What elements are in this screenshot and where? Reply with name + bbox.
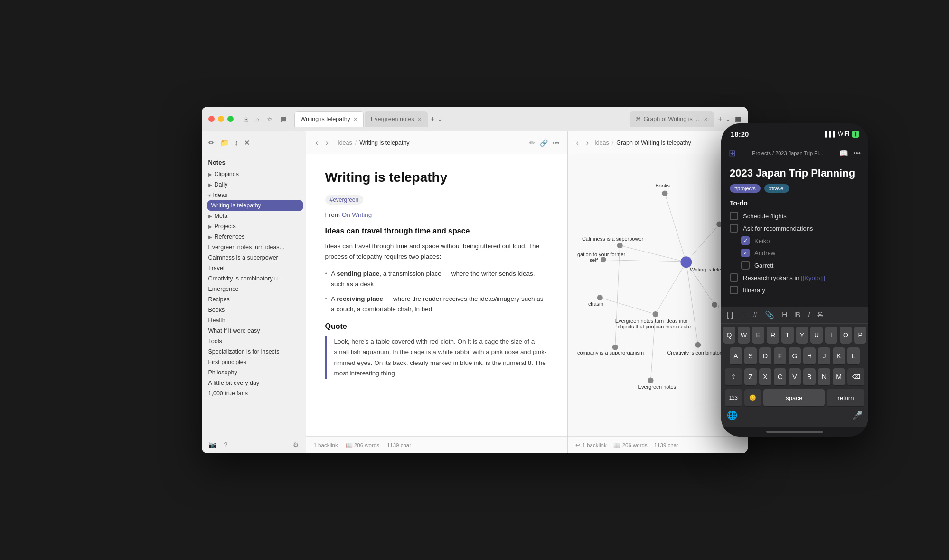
- note-from-link[interactable]: On Writing: [342, 211, 372, 218]
- key-u[interactable]: U: [810, 327, 823, 344]
- graph-node-evernote[interactable]: [648, 378, 653, 383]
- search-icon[interactable]: ⌕: [255, 115, 259, 123]
- key-r[interactable]: R: [767, 327, 779, 344]
- todo-checkbox-checked[interactable]: ✓: [741, 249, 750, 257]
- graph-node-evergreen[interactable]: [652, 311, 658, 317]
- graph-area[interactable]: Writing is telepathy Calmness is a super…: [568, 154, 748, 436]
- new-tab-button[interactable]: +: [431, 115, 435, 123]
- key-t[interactable]: T: [781, 327, 794, 344]
- graph-node-creativity[interactable]: [695, 342, 701, 348]
- more-icon[interactable]: •••: [553, 139, 560, 147]
- minimize-button[interactable]: [218, 116, 224, 122]
- todo-andrew[interactable]: ✓ Andrew: [730, 249, 860, 257]
- close-button[interactable]: [208, 116, 215, 122]
- key-m[interactable]: M: [833, 368, 845, 385]
- tab-close-icon[interactable]: ✕: [417, 116, 422, 122]
- sidebar-item-meta[interactable]: ▶ Meta: [202, 211, 306, 221]
- graph-node-chasm[interactable]: [597, 295, 602, 300]
- kbd-bold-icon[interactable]: B: [795, 311, 800, 319]
- key-a[interactable]: A: [730, 347, 742, 364]
- kbd-attach-icon[interactable]: 📎: [765, 310, 774, 319]
- key-e[interactable]: E: [752, 327, 764, 344]
- key-c[interactable]: C: [774, 368, 786, 385]
- kbd-strike-icon[interactable]: S: [818, 311, 823, 319]
- key-delete[interactable]: ⌫: [847, 368, 864, 385]
- graph-node-books[interactable]: [662, 191, 667, 196]
- backlinks-count[interactable]: 1 backlink: [314, 442, 338, 448]
- key-f[interactable]: F: [774, 347, 786, 364]
- graph-node-calmness[interactable]: [617, 243, 622, 248]
- sidebar-item-calmness[interactable]: Calmness is a superpower: [202, 252, 306, 263]
- todo-recommendations[interactable]: Ask for recommendations: [730, 224, 860, 233]
- breadcrumb-parent[interactable]: Ideas: [338, 140, 352, 146]
- sort-icon[interactable]: ↕: [235, 139, 239, 147]
- sidebar-help-icon[interactable]: ?: [224, 441, 228, 448]
- tab-evergreen-notes[interactable]: Evergreen notes ✕: [365, 111, 428, 127]
- sidebar-item-ideas-group[interactable]: ▾ Ideas: [202, 190, 306, 200]
- sidebar-item-projects[interactable]: ▶ Projects: [202, 221, 306, 232]
- layout-icon[interactable]: ▦: [735, 115, 741, 123]
- key-h[interactable]: H: [803, 347, 816, 364]
- sidebar-item-firstprinciples[interactable]: First principles: [202, 357, 306, 367]
- key-g[interactable]: G: [789, 347, 801, 364]
- key-123[interactable]: 123: [725, 389, 742, 406]
- key-v[interactable]: V: [789, 368, 801, 385]
- sidebar-settings-icon[interactable]: ⚙: [293, 441, 299, 448]
- sidebar-item-emergence[interactable]: Emergence: [202, 284, 306, 294]
- graph-node-navigation[interactable]: [600, 257, 606, 262]
- key-mic[interactable]: 🎤: [852, 410, 863, 420]
- key-return[interactable]: return: [827, 389, 864, 406]
- sidebar-item-travel[interactable]: Travel: [202, 263, 306, 273]
- sidebar-item-health[interactable]: Health: [202, 315, 306, 326]
- sidebar-item-clippings[interactable]: ▶ Clippings: [202, 169, 306, 179]
- graph-node-everything[interactable]: [712, 302, 717, 308]
- folder-icon[interactable]: ⎘: [244, 115, 248, 123]
- key-o[interactable]: O: [840, 327, 852, 344]
- todo-garrett[interactable]: Garrett: [730, 261, 860, 270]
- kbd-bracket-icon[interactable]: [ ]: [727, 311, 733, 319]
- kbd-file-icon[interactable]: □: [741, 311, 745, 319]
- graph-tab-add[interactable]: +: [718, 115, 722, 123]
- key-s[interactable]: S: [744, 347, 757, 364]
- key-k[interactable]: K: [833, 347, 845, 364]
- graph-node-writing[interactable]: [680, 256, 692, 268]
- key-j[interactable]: J: [818, 347, 830, 364]
- fullscreen-button[interactable]: [227, 116, 234, 122]
- key-space[interactable]: space: [763, 389, 825, 406]
- key-q[interactable]: Q: [723, 327, 735, 344]
- todo-checkbox[interactable]: [730, 286, 738, 294]
- sidebar-item-writing-telepathy[interactable]: Writing is telepathy: [207, 200, 303, 211]
- edit-icon[interactable]: ✏: [529, 139, 535, 147]
- sidebar-item-daily[interactable]: ▶ Daily: [202, 179, 306, 190]
- tab-graph[interactable]: ⌘ Graph of Writing is t... ✕: [630, 111, 714, 127]
- sidebar-camera-icon[interactable]: 📷: [208, 441, 216, 448]
- sidebar-item-evergreen[interactable]: Evergreen notes turn ideas...: [202, 242, 306, 252]
- graph-tab-close-icon[interactable]: ✕: [704, 116, 708, 122]
- star-icon[interactable]: ☆: [267, 115, 273, 123]
- key-z[interactable]: Z: [744, 368, 757, 385]
- kbd-tag-icon[interactable]: #: [753, 311, 757, 319]
- tab-writing-telepathy[interactable]: Writing is telepathy ✕: [294, 111, 364, 127]
- key-y[interactable]: Y: [796, 327, 808, 344]
- close-sidebar-icon[interactable]: ✕: [244, 139, 250, 147]
- tab-close-icon[interactable]: ✕: [353, 116, 357, 122]
- sidebar-item-references[interactable]: ▶ References: [202, 232, 306, 242]
- key-l[interactable]: L: [847, 347, 860, 364]
- sidebar-item-tools[interactable]: Tools: [202, 336, 306, 346]
- key-w[interactable]: W: [738, 327, 750, 344]
- sidebar-item-creativity[interactable]: Creativity is combinatory u...: [202, 273, 306, 284]
- key-n[interactable]: N: [818, 368, 830, 385]
- key-shift[interactable]: ⇧: [725, 368, 742, 385]
- compose-icon[interactable]: ✏: [208, 139, 215, 147]
- note-tag[interactable]: #evergreen: [325, 195, 364, 205]
- todo-itinerary[interactable]: Itinerary: [730, 286, 860, 294]
- folder-open-icon[interactable]: 📁: [220, 139, 229, 147]
- phone-tag-travel[interactable]: #travel: [764, 184, 789, 193]
- sidebar-item-books[interactable]: Books: [202, 305, 306, 315]
- sidebar-item-recipes[interactable]: Recipes: [202, 294, 306, 305]
- graph-tab-chevron[interactable]: ⌄: [725, 116, 730, 122]
- sidebar-item-specialization[interactable]: Specialization is for insects: [202, 346, 306, 357]
- graph-back-button[interactable]: ‹: [574, 137, 581, 149]
- forward-button[interactable]: ›: [324, 137, 330, 149]
- todo-checkbox[interactable]: [730, 224, 738, 233]
